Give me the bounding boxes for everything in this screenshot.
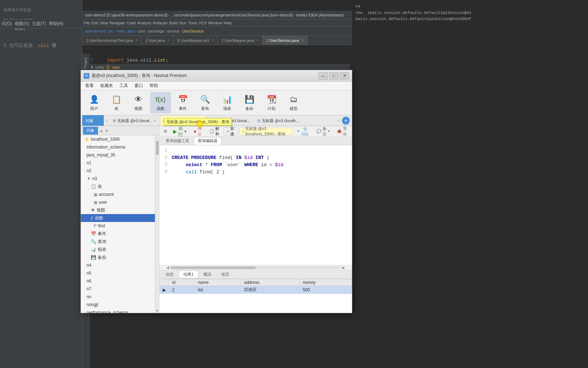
tree-n2[interactable]: n2 (81, 167, 159, 175)
tree-n3[interactable]: ▼ n3 (81, 175, 159, 183)
idea-menu-tools[interactable]: Tools (188, 21, 197, 25)
idea-menu-navigate[interactable]: Navigate (109, 21, 125, 25)
hscroll-left[interactable]: ◀ (165, 266, 170, 270)
entity-selector[interactable]: ▼ entity (90, 65, 104, 69)
idea-menu-file[interactable]: File (84, 21, 90, 25)
tree-n4[interactable]: n4 (81, 261, 159, 269)
idea-menu-refactor[interactable]: Refactor (153, 21, 168, 25)
sidebar-scroll-down-btn[interactable]: ▼ (155, 309, 159, 313)
idea-menu-edit[interactable]: Edit (92, 21, 98, 25)
hscroll-thumb[interactable] (170, 266, 256, 269)
result-row-1[interactable]: ▶ 2 lisi 武侯区 500 (160, 286, 352, 294)
menu-tools[interactable]: 工具 (117, 82, 131, 89)
tree-functions[interactable]: ƒ 函数 (81, 214, 159, 222)
sidebar-objects-btn[interactable]: 对象 (83, 127, 98, 135)
breadcrumb-service[interactable]: service (167, 29, 180, 33)
subtab-builder[interactable]: 查询创建工具 (162, 137, 193, 145)
export-button[interactable]: 📤 导出 (334, 127, 350, 135)
hscroll-right[interactable]: ▶ (341, 266, 346, 270)
tree-nn[interactable]: nn (81, 293, 159, 301)
idea-menu-vcs[interactable]: VCS (199, 21, 207, 25)
tree-n1[interactable]: n1 (81, 159, 159, 167)
tab-scroll-right[interactable]: › (336, 115, 340, 126)
idea-menu-help-idea[interactable]: Help (224, 21, 232, 25)
tree-user[interactable]: ▦ user (81, 198, 159, 206)
tree-events[interactable]: 📅 事件 (81, 230, 159, 238)
tree-n5[interactable]: n5 (81, 269, 159, 277)
idea-menu-analyze[interactable]: Analyze (137, 21, 151, 25)
tree-localhost[interactable]: ⚡ localhost_3306 (81, 135, 159, 143)
filetab-close-4[interactable]: × (257, 38, 259, 42)
menu-window[interactable]: 窗口 (132, 82, 146, 89)
filetab-userserviceimpltest[interactable]: J UserServiceImplTest.java × (82, 36, 142, 45)
tree-n7[interactable]: n7 (81, 285, 159, 293)
close-button[interactable]: ✕ (340, 72, 349, 79)
tree-java-mysql[interactable]: java_mysql_35 (81, 151, 159, 159)
menu-help-nav[interactable]: 帮助 (147, 82, 161, 89)
tree-reports[interactable]: 📊 报表 (81, 246, 159, 253)
tab-close-1[interactable]: × (154, 119, 156, 123)
tab-add-button[interactable]: + (342, 117, 350, 125)
menu-view-nav[interactable]: 查看 (82, 82, 97, 89)
tree-find-func[interactable]: Ρ find (81, 222, 159, 230)
col-name[interactable]: name (195, 279, 241, 286)
filetab-userservice-active[interactable]: J UserService.java × (263, 36, 307, 45)
breadcrumb-com[interactable]: com (138, 29, 145, 33)
tab-scroll-left[interactable]: ‹ (104, 115, 109, 126)
tree-perf-schema[interactable]: performance_schema (81, 309, 159, 313)
sidebar-scroll-down[interactable]: ▼ (105, 129, 109, 133)
menu-favorites[interactable]: 收藏夹 (97, 82, 116, 89)
new-query-button[interactable]: + 新建 (224, 127, 238, 135)
run-button[interactable]: ▶ 运行 ▾ (170, 127, 190, 135)
filetab-close-5[interactable]: × (302, 38, 304, 42)
toolbar-event[interactable]: 📅 事件 (172, 92, 193, 113)
sidebar-scroll-up[interactable]: ▲ (99, 129, 103, 133)
code-editor[interactable]: 1 2 CREATE PROCEDURE find( IN $id INT ) (160, 145, 352, 265)
toolbar-table[interactable]: 📋 表 (106, 92, 127, 113)
tab-objects[interactable]: 对象 (82, 115, 104, 126)
subtab-editor[interactable]: 查询编辑器 (194, 137, 221, 145)
col-address[interactable]: address (241, 279, 300, 286)
minimize-button[interactable]: — (318, 72, 328, 79)
filetab-close-3[interactable]: × (212, 38, 214, 42)
result-tab-info[interactable]: 信息 (161, 271, 178, 278)
result-tab-status[interactable]: 状态 (217, 271, 234, 278)
toolbar-backup[interactable]: 💾 备份 (239, 92, 260, 113)
idea-menu-build[interactable]: Build (169, 21, 178, 25)
breadcrumb-project[interactable]: ssm-demo3 (85, 29, 106, 33)
filetab-user[interactable]: J User.java × (142, 36, 173, 45)
idea-menu-window[interactable]: Window (208, 21, 222, 25)
filetab-close-2[interactable]: × (167, 38, 170, 42)
breadcrumb-src[interactable]: src (108, 29, 114, 33)
tree-nongjt[interactable]: nongjt (81, 301, 159, 309)
sidebar-scrollbar-thumb[interactable] (156, 141, 159, 155)
toolbar-query[interactable]: 🔍 查询 (195, 92, 215, 113)
filetab-usermapper-java[interactable]: J UserMapper.java × (218, 36, 263, 45)
maximize-button[interactable]: □ (329, 72, 338, 79)
toolbar-view[interactable]: 👁 视图 (128, 92, 149, 113)
toolbar-schedule[interactable]: 📆 计划 (261, 92, 282, 113)
tab-query-1[interactable]: ⊞ 无标题 @n3 (local... × (109, 115, 159, 126)
tab-query-4[interactable]: ⊞ 无标题 @n3 (localh... (254, 115, 302, 126)
filetab-close-1[interactable]: × (136, 38, 138, 42)
idea-menu-run[interactable]: Run (179, 21, 186, 25)
tree-n3-tables[interactable]: 📋 表 (81, 183, 159, 190)
menu-help[interactable]: 帮助(H) (49, 21, 64, 27)
toolbar-report[interactable]: 📊 报表 (217, 92, 237, 113)
menu-view[interactable]: 视图(V) (15, 21, 29, 27)
result-tab-profile[interactable]: 概况 (199, 271, 216, 278)
stop-button[interactable]: ■ 停止 (191, 127, 205, 135)
tree-backups[interactable]: 💾 备份 (81, 253, 159, 261)
beautify-sql-button[interactable]: ✦ 化 SQL (294, 127, 312, 135)
tree-n6[interactable]: n6 (81, 277, 159, 285)
tree-account[interactable]: ▦ account (81, 190, 159, 198)
comment-button[interactable]: 💬 备注 ▾ (314, 127, 333, 135)
toolbar-function[interactable]: f(x) 函数 (150, 92, 171, 113)
explain-button[interactable]: 📋 解释 (206, 127, 222, 135)
result-tab-result1[interactable]: 结果1 (179, 271, 198, 278)
col-money[interactable]: money (300, 279, 352, 286)
breadcrumb-userservice[interactable]: UserService (182, 29, 204, 33)
tree-views[interactable]: 👁 视图 (81, 206, 159, 214)
tree-queries[interactable]: 🔍 查询 (81, 238, 159, 246)
breadcrumb-main[interactable]: main (116, 29, 125, 33)
